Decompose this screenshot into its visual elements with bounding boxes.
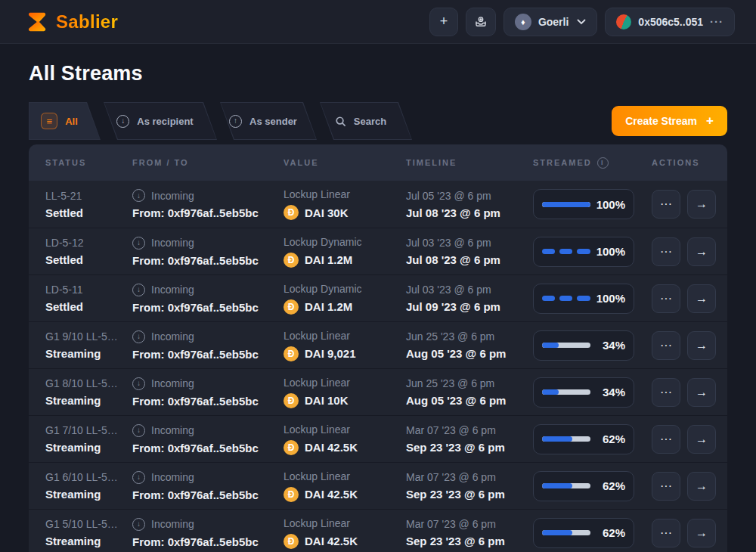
row-open-button[interactable]: → <box>687 331 716 360</box>
table-row[interactable]: LL-5-21 Settled ↓ Incoming From: 0xf976a… <box>29 181 727 228</box>
stream-shape: Lockup Dynamic <box>284 283 406 295</box>
row-open-button[interactable]: → <box>687 472 716 501</box>
end-date: Sep 23 '23 @ 6 pm <box>406 441 533 454</box>
from-address: From: 0xf976af..5eb5bc <box>132 535 284 548</box>
row-menu-button[interactable]: ··· <box>652 331 680 360</box>
tab-as-sender[interactable]: ↑ As sender <box>220 102 317 140</box>
row-menu-button[interactable]: ··· <box>652 472 680 501</box>
status-cell: LD-5-11 Settled <box>45 284 132 313</box>
progress-pill: 62% <box>533 424 634 454</box>
timeline-cell: Mar 07 '23 @ 6 pm Sep 23 '23 @ 6 pm <box>406 471 533 501</box>
create-stream-button[interactable]: Create Stream + <box>612 106 727 136</box>
from-to-cell: ↓ Incoming From: 0xf976af..5eb5bc <box>132 237 284 267</box>
table-row[interactable]: LD-5-12 Settled ↓ Incoming From: 0xf976a… <box>29 228 727 274</box>
token-amount: DAI 42.5K <box>305 535 358 547</box>
tab-as-recipient[interactable]: ↓ As recipient <box>104 102 217 140</box>
direction-label: Incoming <box>151 471 194 483</box>
start-date: Jul 05 '23 @ 6 pm <box>406 190 533 202</box>
tab-all[interactable]: ≡ All <box>29 102 101 140</box>
row-open-button[interactable]: → <box>687 425 716 454</box>
direction-label: Incoming <box>151 330 194 343</box>
tab-as-sender-label: As sender <box>249 116 297 127</box>
stream-status: Streaming <box>45 347 132 360</box>
value-cell: Lockup Dynamic Đ DAI 1.2M <box>284 236 406 268</box>
info-icon[interactable]: i <box>597 157 609 169</box>
actions-cell: ··· → <box>652 331 716 360</box>
stream-status: Settled <box>45 300 132 313</box>
end-date: Sep 23 '23 @ 6 pm <box>406 488 533 501</box>
token-amount: DAI 10K <box>305 394 349 407</box>
stream-shape: Lockup Linear <box>284 423 406 436</box>
row-open-button[interactable]: → <box>687 237 716 266</box>
tab-search[interactable]: Search <box>320 102 412 140</box>
stream-shape: Lockup Linear <box>284 517 406 529</box>
value-cell: Lockup Linear Đ DAI 30K <box>284 188 406 220</box>
from-address: From: 0xf976af..5eb5bc <box>132 348 284 361</box>
row-open-button[interactable]: → <box>687 519 716 547</box>
row-open-button[interactable]: → <box>687 284 716 313</box>
end-date: Jul 09 '23 @ 6 pm <box>406 300 533 313</box>
progress-track <box>542 483 590 488</box>
brand[interactable]: Sablier <box>26 11 118 33</box>
start-date: Mar 07 '23 @ 6 pm <box>406 471 533 483</box>
header-status: Status <box>45 158 132 167</box>
row-menu-button[interactable]: ··· <box>652 378 680 407</box>
row-menu-button[interactable]: ··· <box>652 519 680 547</box>
row-menu-button[interactable]: ··· <box>652 425 680 454</box>
token-amount: DAI 1.2M <box>305 253 352 266</box>
from-address: From: 0xf976af..5eb5bc <box>132 254 284 267</box>
timeline-cell: Mar 07 '23 @ 6 pm Sep 23 '23 @ 6 pm <box>406 424 533 454</box>
direction-label: Incoming <box>151 190 194 202</box>
start-date: Jun 25 '23 @ 6 pm <box>406 377 533 389</box>
network-name: Goerli <box>538 16 569 28</box>
new-stream-button[interactable]: + <box>429 8 458 36</box>
from-address: From: 0xf976af..5eb5bc <box>132 488 284 501</box>
row-open-button[interactable]: → <box>687 378 716 407</box>
streamed-cell: 34% <box>533 377 652 408</box>
streamed-cell: 62% <box>533 424 652 454</box>
table-row[interactable]: G1 6/10 LL-5… Streaming ↓ Incoming From:… <box>29 462 727 509</box>
dai-token-icon: Đ <box>284 205 299 220</box>
table-row[interactable]: G1 8/10 LL-5… Streaming ↓ Incoming From:… <box>29 368 727 415</box>
dai-token-icon: Đ <box>284 534 299 549</box>
direction-label: Incoming <box>151 518 194 530</box>
token-amount: DAI 9,021 <box>305 347 356 360</box>
row-menu-button[interactable]: ··· <box>652 284 680 313</box>
row-menu-button[interactable]: ··· <box>652 237 680 266</box>
table-row[interactable]: G1 5/10 LL-5… Streaming ↓ Incoming From:… <box>29 509 727 552</box>
from-to-cell: ↓ Incoming From: 0xf976af..5eb5bc <box>132 189 284 219</box>
progress-percent: 100% <box>596 198 625 211</box>
row-menu-button[interactable]: ··· <box>652 190 680 219</box>
stream-status: Streaming <box>45 535 132 547</box>
actions-cell: ··· → <box>652 472 716 501</box>
progress-pill: 34% <box>533 330 634 361</box>
start-date: Mar 07 '23 @ 6 pm <box>406 518 533 530</box>
tabs-row: ≡ All ↓ As recipient ↑ As sender <box>29 102 727 140</box>
progress-pill: 62% <box>533 518 634 548</box>
brand-name: Sablier <box>56 11 118 33</box>
streamed-cell: 100% <box>533 284 652 314</box>
header-value: Value <box>284 158 406 167</box>
header-timeline: Timeline <box>406 158 533 167</box>
progress-track <box>542 343 590 348</box>
token-amount: DAI 42.5K <box>305 488 358 501</box>
wallet-button[interactable]: 0x506c5..051 ··· <box>605 8 735 36</box>
ethereum-icon: ♦ <box>515 14 531 30</box>
network-selector[interactable]: ♦ Goerli <box>503 8 597 36</box>
start-date: Jun 25 '23 @ 6 pm <box>406 330 533 343</box>
row-open-button[interactable]: → <box>687 190 716 219</box>
stream-id: LD-5-11 <box>45 284 132 296</box>
progress-track <box>542 530 590 535</box>
table-header: Status From / To Value Timeline Streamed… <box>29 144 727 181</box>
search-icon <box>335 116 346 127</box>
progress-pill: 34% <box>533 377 634 408</box>
table-row[interactable]: G1 7/10 LL-5… Streaming ↓ Incoming From:… <box>29 415 727 462</box>
inbox-button[interactable] <box>466 8 496 36</box>
table-row[interactable]: LD-5-11 Settled ↓ Incoming From: 0xf976a… <box>29 274 727 321</box>
table-row[interactable]: G1 9/10 LL-5… Streaming ↓ Incoming From:… <box>29 321 727 368</box>
tab-as-recipient-label: As recipient <box>137 116 193 127</box>
progress-pill: 62% <box>533 471 634 501</box>
stream-shape: Lockup Linear <box>284 188 406 200</box>
stream-id: LD-5-12 <box>45 237 132 249</box>
stream-status: Streaming <box>45 441 132 454</box>
